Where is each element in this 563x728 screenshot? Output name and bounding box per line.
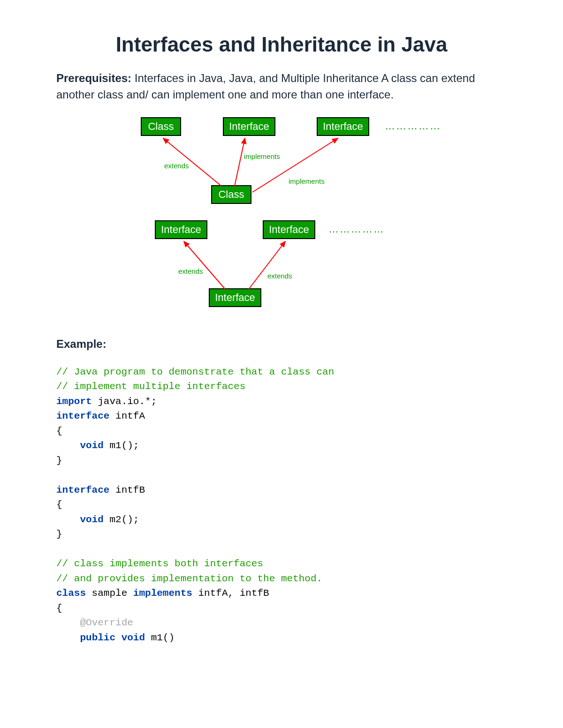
label-implements1: implements [244, 152, 280, 160]
code-block: // Java program to demonstrate that a cl… [56, 365, 507, 645]
code-annotation: @Override [80, 617, 133, 628]
label-implements2: implements [289, 177, 325, 185]
code-text: m1(); [104, 440, 139, 451]
code-comment: // and provides implementation to the me… [56, 573, 322, 584]
svg-line-4 [249, 241, 285, 289]
code-comment: // Java program to demonstrate that a cl… [56, 367, 334, 377]
code-text: { [56, 499, 62, 510]
svg-line-1 [235, 138, 245, 186]
box-class-child: Class [211, 185, 251, 204]
diagram-interface-extends: Interface Interface …………… Interface exte… [103, 220, 460, 319]
code-keyword: void [122, 632, 145, 643]
example-heading: Example: [56, 338, 507, 351]
box-interface-2: Interface [317, 117, 369, 136]
code-comment: // class implements both interfaces [56, 558, 263, 569]
code-keyword: implements [133, 588, 192, 599]
code-text: { [56, 603, 62, 614]
code-text: sample [86, 588, 133, 599]
code-text [56, 632, 80, 643]
svg-line-3 [184, 241, 225, 289]
code-comment: // implement multiple interfaces [56, 381, 245, 392]
diagram-area: Class Interface Interface …………… Class ex… [103, 117, 460, 319]
code-text: } [56, 455, 62, 466]
code-keyword: import [56, 396, 92, 407]
box-class-parent: Class [141, 117, 181, 136]
code-keyword: public [80, 632, 115, 643]
label-extends-1: extends [178, 267, 203, 275]
code-text: java.io.*; [92, 396, 157, 407]
ellipsis-2: …………… [328, 223, 385, 235]
page-title: Interfaces and Inheritance in Java [56, 33, 507, 56]
code-text: } [56, 529, 62, 540]
code-text: intfA, intfB [192, 588, 269, 599]
code-text [56, 440, 80, 451]
code-text [115, 632, 122, 643]
box-interface-1: Interface [223, 117, 275, 136]
code-keyword: interface [56, 485, 109, 495]
code-text: intfA [109, 411, 145, 421]
code-keyword: interface [56, 411, 109, 421]
prereq-label: Prerequisites: [56, 72, 131, 84]
ellipsis-1: …………… [385, 120, 441, 132]
label-extends: extends [164, 162, 189, 170]
code-keyword: void [80, 514, 103, 525]
intro-paragraph: Prerequisites: Interfaces in Java, Java,… [56, 70, 507, 103]
box-interface-parent-1: Interface [155, 220, 207, 239]
box-interface-child: Interface [209, 288, 261, 307]
code-keyword: class [56, 588, 86, 599]
box-interface-parent-2: Interface [263, 220, 315, 239]
code-keyword: void [80, 440, 103, 451]
code-text: m1() [145, 632, 175, 643]
code-text: m2(); [104, 514, 139, 525]
code-text: intfB [109, 485, 145, 495]
code-text [56, 514, 80, 525]
label-extends-2: extends [267, 272, 292, 280]
code-text [56, 617, 80, 628]
diagram-class-extends-implements: Class Interface Interface …………… Class ex… [103, 117, 460, 216]
code-text: { [56, 426, 62, 436]
